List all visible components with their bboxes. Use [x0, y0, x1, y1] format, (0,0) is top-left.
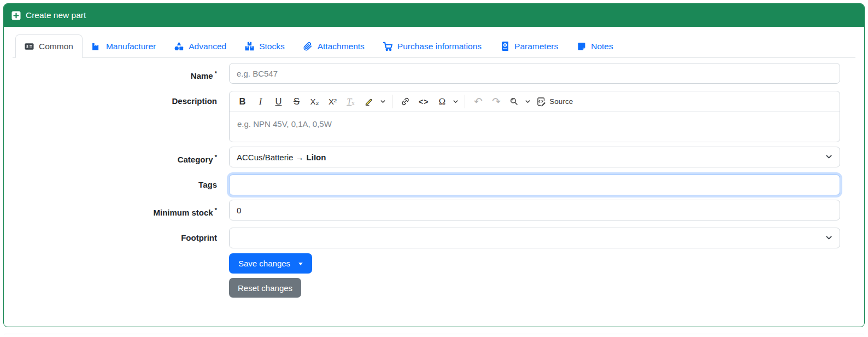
find-replace-icon: [509, 97, 519, 106]
special-characters-dropdown-caret[interactable]: [451, 94, 460, 110]
cart-icon: [383, 42, 392, 51]
find-replace-dropdown-caret[interactable]: [523, 94, 532, 110]
required-marker: *: [215, 154, 217, 160]
required-marker: *: [215, 70, 217, 77]
chevron-down-icon: [453, 98, 459, 104]
tab-label: Notes: [591, 42, 613, 51]
toolbar-separator: [392, 95, 392, 108]
tab-parameters[interactable]: Parameters: [491, 34, 567, 58]
minimum-stock-input[interactable]: [229, 200, 840, 220]
name-row: Name*: [13, 63, 840, 86]
highlight-icon: [364, 97, 374, 107]
category-select[interactable]: ACCus/Batterie → LiIon: [229, 147, 840, 167]
category-row: Category* ACCus/Batterie → LiIon: [13, 147, 840, 170]
remove-format-button[interactable]: Tx: [343, 94, 359, 110]
chevron-down-icon: [525, 98, 531, 104]
note-icon: [577, 42, 586, 51]
subscript-button[interactable]: X₂: [307, 94, 322, 110]
card-body: Common Manufacturer: [4, 27, 864, 311]
shapes-icon: [174, 42, 184, 51]
description-input[interactable]: e.g. NPN 45V, 0,1A, 0,5W: [230, 112, 840, 142]
tab-label: Parameters: [514, 42, 558, 51]
source-label: Source: [549, 97, 573, 106]
required-marker: *: [215, 207, 217, 213]
minimum-stock-label: Minimum stock*: [13, 200, 217, 223]
superscript-button[interactable]: X²: [325, 94, 341, 110]
page: Create new part Common: [0, 0, 868, 337]
card-header: Create new part: [4, 4, 864, 27]
category-value-leaf: LiIon: [307, 153, 326, 162]
description-label: Description: [13, 91, 217, 112]
tab-purchase-informations[interactable]: Purchase informations: [374, 34, 491, 58]
tab-label: Advanced: [189, 42, 226, 51]
tags-row: Tags: [13, 175, 840, 195]
tab-advanced[interactable]: Advanced: [165, 34, 236, 58]
plus-square-icon: [11, 11, 21, 20]
reset-button-label: Reset changes: [238, 283, 292, 293]
category-value-path: ACCus/Batterie →: [237, 153, 304, 162]
footprint-select[interactable]: [229, 228, 840, 248]
tab-bar: Common Manufacturer: [13, 34, 855, 58]
save-button-label: Save changes: [238, 259, 290, 268]
part-form: Name* Description B I U S: [13, 63, 855, 298]
tags-input[interactable]: [229, 175, 840, 195]
page-divider: [4, 334, 864, 335]
source-icon: [536, 97, 546, 107]
tab-stocks[interactable]: Stocks: [236, 34, 294, 58]
tags-label: Tags: [13, 175, 217, 195]
chevron-down-icon: [825, 234, 833, 242]
book-icon: [500, 42, 509, 51]
underline-button[interactable]: U: [271, 94, 286, 110]
reset-button[interactable]: Reset changes: [229, 278, 301, 298]
save-dropdown-caret-icon: [298, 263, 303, 265]
tab-common[interactable]: Common: [15, 34, 83, 58]
toolbar-separator: [465, 95, 465, 108]
special-characters-button[interactable]: Ω: [434, 94, 450, 110]
chevron-down-icon: [380, 98, 386, 104]
factory-icon: [92, 42, 101, 51]
tab-attachments[interactable]: Attachments: [294, 34, 374, 58]
highlight-dropdown-caret[interactable]: [378, 94, 387, 110]
save-row: Save changes: [13, 253, 840, 274]
minimum-stock-row: Minimum stock*: [13, 200, 840, 223]
source-button[interactable]: Source: [533, 94, 576, 110]
bold-button[interactable]: B: [234, 94, 250, 110]
redo-button[interactable]: ↷: [488, 94, 504, 110]
description-editor: B I U S X₂ X² Tx: [229, 91, 840, 142]
highlight-button[interactable]: [361, 94, 377, 110]
footprint-label: Footprint: [13, 228, 217, 248]
paperclip-icon: [303, 42, 313, 51]
editor-toolbar: B I U S X₂ X² Tx: [230, 91, 840, 112]
chevron-down-icon: [825, 153, 833, 161]
tab-label: Purchase informations: [397, 42, 482, 51]
link-button[interactable]: [397, 94, 413, 110]
tab-label: Stocks: [259, 42, 285, 51]
tab-label: Attachments: [318, 42, 365, 51]
strikethrough-button[interactable]: S: [289, 94, 304, 110]
code-button[interactable]: <>: [415, 94, 432, 110]
page-title: Create new part: [26, 10, 86, 20]
footprint-row: Footprint: [13, 228, 840, 248]
reset-row: Reset changes: [13, 278, 840, 298]
tab-notes[interactable]: Notes: [567, 34, 623, 58]
tab-label: Common: [39, 42, 73, 51]
description-row: Description B I U S X₂ X² Tx: [13, 91, 840, 142]
create-part-card: Create new part Common: [3, 3, 865, 327]
name-label: Name*: [13, 63, 217, 86]
italic-button[interactable]: I: [253, 94, 268, 110]
category-label: Category*: [13, 147, 217, 170]
find-replace-button[interactable]: [506, 94, 522, 110]
id-card-icon: [25, 42, 34, 51]
undo-button[interactable]: ↶: [470, 94, 486, 110]
tab-label: Manufacturer: [106, 42, 156, 51]
tab-manufacturer[interactable]: Manufacturer: [83, 34, 165, 58]
save-button[interactable]: Save changes: [229, 253, 312, 274]
link-icon: [401, 97, 410, 106]
name-input[interactable]: [229, 63, 840, 84]
boxes-icon: [245, 42, 254, 51]
